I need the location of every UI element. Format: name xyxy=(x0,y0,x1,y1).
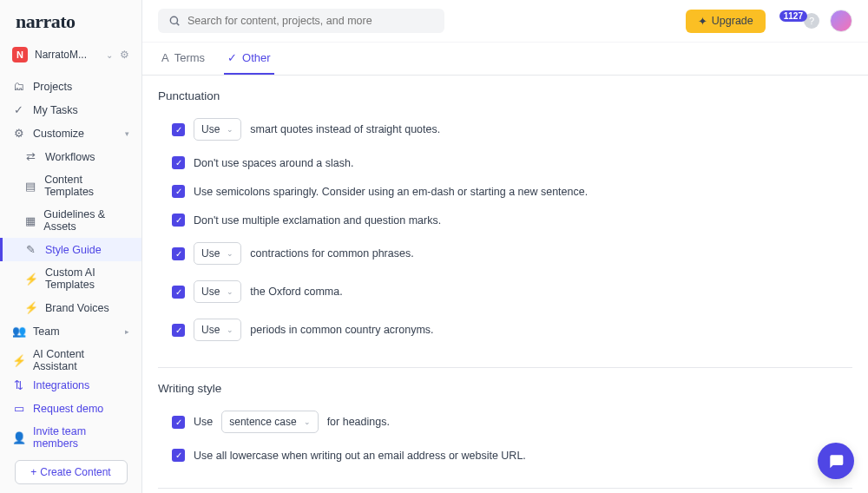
sidebar-footer: ⇅ Integrations ▭ Request demo 👤 Invite t… xyxy=(0,370,141,493)
sidebar-item-integrations[interactable]: ⇅ Integrations xyxy=(0,373,141,397)
nav-label: Brand Voices xyxy=(45,302,109,314)
nav-label: Team xyxy=(33,325,60,338)
rule-row: ✓ Don't use spaces around a slash. xyxy=(158,153,852,173)
rule-row: ✓ Use all lowercase when writing out an … xyxy=(158,445,852,465)
section-title: Punctuation xyxy=(158,89,852,102)
checkbox[interactable]: ✓ xyxy=(172,214,185,227)
demo-icon: ▭ xyxy=(12,402,25,415)
content-area: Punctuation ✓ Use⌄ smart quotes instead … xyxy=(142,76,868,493)
tab-label: Terms xyxy=(174,51,205,64)
logo: narrato xyxy=(0,0,141,40)
checkbox[interactable]: ✓ xyxy=(172,123,185,136)
nav-label: Custom AI Templates xyxy=(45,266,129,291)
nav-label: Customize xyxy=(33,128,84,140)
search-box[interactable] xyxy=(158,9,444,33)
sidebar-item-custom-ai[interactable]: ⚡ Custom AI Templates xyxy=(0,261,141,296)
workflow-icon: ⇄ xyxy=(24,150,37,163)
notifications[interactable]: 1127 ? xyxy=(776,13,819,29)
sidebar-item-style-guide[interactable]: ✎ Style Guide xyxy=(0,238,141,261)
sidebar-item-brand-voices[interactable]: ⚡ Brand Voices xyxy=(0,296,141,319)
tab-terms[interactable]: A Terms xyxy=(158,43,208,75)
sidebar-item-guidelines[interactable]: ▦ Guidelines & Assets xyxy=(0,203,141,238)
chevron-right-icon: ▸ xyxy=(125,327,129,336)
check-icon: ✓ xyxy=(227,51,237,64)
rule-row: ✓ Use⌄ the Oxford comma. xyxy=(158,277,852,306)
use-dropdown[interactable]: Use⌄ xyxy=(194,242,241,265)
search-input[interactable] xyxy=(187,15,434,27)
terms-icon: A xyxy=(161,51,169,64)
workspace-avatar: N xyxy=(12,47,28,62)
nav-label: AI Content Assistant xyxy=(33,348,129,370)
use-dropdown[interactable]: Use⌄ xyxy=(194,118,241,141)
rule-text: Don't use multiple exclamation and quest… xyxy=(194,214,441,227)
sidebar-item-request-demo[interactable]: ▭ Request demo xyxy=(0,397,141,420)
settings-icon: ⚙ xyxy=(12,127,25,140)
check-icon: ✓ xyxy=(12,103,25,116)
bolt-icon: ⚡ xyxy=(24,273,37,286)
rule-text: contractions for common phrases. xyxy=(250,247,413,260)
chat-fab[interactable] xyxy=(818,443,854,479)
sidebar-item-customize[interactable]: ⚙ Customize ▾ xyxy=(0,122,141,145)
nav-label: My Tasks xyxy=(33,104,78,116)
bolt-icon: ⚡ xyxy=(12,354,25,367)
integrations-icon: ⇅ xyxy=(12,378,25,391)
checkbox[interactable]: ✓ xyxy=(172,416,185,429)
sidebar-item-my-tasks[interactable]: ✓ My Tasks xyxy=(0,98,141,122)
svg-line-1 xyxy=(177,23,180,26)
checkbox[interactable]: ✓ xyxy=(172,286,185,299)
nav-label: Integrations xyxy=(33,379,89,391)
rule-row: ✓ Use semicolons sparingly. Consider usi… xyxy=(158,181,852,201)
sidebar: narrato N NarratoM... ⌄ ⚙ 🗂 Projects ✓ M… xyxy=(0,0,142,493)
tab-other[interactable]: ✓ Other xyxy=(224,43,274,75)
svg-point-0 xyxy=(170,16,177,23)
chevron-down-icon: ⌄ xyxy=(304,417,311,426)
case-dropdown[interactable]: sentence case⌄ xyxy=(221,411,318,433)
use-dropdown[interactable]: Use⌄ xyxy=(194,280,241,303)
folder-icon: 🗂 xyxy=(12,80,25,93)
checkbox[interactable]: ✓ xyxy=(172,324,185,337)
checkbox[interactable]: ✓ xyxy=(172,247,185,260)
section-punctuation: Punctuation ✓ Use⌄ smart quotes instead … xyxy=(158,89,852,368)
chevron-down-icon: ⌄ xyxy=(227,125,233,134)
checkbox[interactable]: ✓ xyxy=(172,449,185,462)
sidebar-item-projects[interactable]: 🗂 Projects xyxy=(0,75,141,98)
search-icon xyxy=(168,15,181,27)
workspace-switcher[interactable]: N NarratoM... ⌄ ⚙ xyxy=(0,40,141,69)
checkbox[interactable]: ✓ xyxy=(172,156,185,169)
rule-text: Don't use spaces around a slash. xyxy=(194,157,353,169)
sidebar-item-team[interactable]: 👥 Team ▸ xyxy=(0,319,141,343)
rule-text: smart quotes instead of straight quotes. xyxy=(250,123,440,135)
nav-label: Request demo xyxy=(33,403,103,415)
nav-label: Workflows xyxy=(45,151,95,163)
topbar: ✦ Upgrade 1127 ? xyxy=(142,0,868,43)
button-label: Create Content xyxy=(40,466,110,478)
main: ✦ Upgrade 1127 ? A Terms ✓ Other Punctua… xyxy=(142,0,868,493)
create-content-button[interactable]: + Create Content xyxy=(15,460,128,484)
section-title: Writing style xyxy=(158,382,852,395)
use-dropdown[interactable]: Use⌄ xyxy=(194,319,241,341)
section-writing-style: Writing style ✓ Use sentence case⌄ for h… xyxy=(158,382,852,489)
sidebar-item-workflows[interactable]: ⇄ Workflows xyxy=(0,145,141,168)
rule-text: periods in common country acronyms. xyxy=(250,324,433,336)
sidebar-item-ai-assistant[interactable]: ⚡ AI Content Assistant xyxy=(0,343,141,370)
brand-name: narrato xyxy=(16,10,76,32)
rule-row: ✓ Use sentence case⌄ for headings. xyxy=(158,407,852,437)
nav-label: Guidelines & Assets xyxy=(43,208,129,233)
chevron-down-icon: ⌄ xyxy=(227,249,233,258)
rule-row: ✓ Don't use multiple exclamation and que… xyxy=(158,210,852,230)
chevron-down-icon: ▾ xyxy=(125,129,129,138)
gear-icon[interactable]: ⚙ xyxy=(120,49,129,61)
template-icon: ▤ xyxy=(24,180,36,193)
user-avatar[interactable] xyxy=(830,10,852,32)
rule-row: ✓ Use⌄ contractions for common phrases. xyxy=(158,239,852,268)
checkbox[interactable]: ✓ xyxy=(172,185,185,198)
chevron-down-icon: ⌄ xyxy=(227,287,233,296)
sidebar-item-content-templates[interactable]: ▤ Content Templates xyxy=(0,168,141,203)
sidebar-item-invite[interactable]: 👤 Invite team members xyxy=(0,420,141,455)
rule-text: the Oxford comma. xyxy=(250,286,342,298)
sidebar-nav: 🗂 Projects ✓ My Tasks ⚙ Customize ▾ ⇄ Wo… xyxy=(0,69,141,370)
plus-icon: + xyxy=(30,466,36,478)
nav-label: Invite team members xyxy=(33,425,129,450)
workspace-name: NarratoM... xyxy=(35,49,99,61)
upgrade-button[interactable]: ✦ Upgrade xyxy=(686,10,766,33)
